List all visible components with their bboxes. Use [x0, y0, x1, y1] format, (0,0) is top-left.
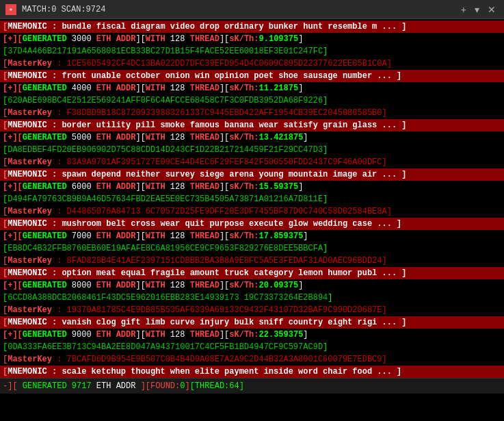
- footer-line: -][ GENERATED 9717 ETH ADDR ][FOUND:0][T…: [0, 378, 504, 394]
- titlebar-left: ★ MATCH:0 SCAN:9724: [5, 4, 105, 15]
- close-button[interactable]: ✕: [485, 4, 499, 15]
- line-24: [MNEMONIC : vanish clog gift limb curve …: [0, 316, 504, 329]
- line-5: [+][GENERATED 4000 ETH ADDR][WITH 128 TH…: [0, 82, 504, 94]
- line-23: [MasterKey : 19370A81785C4E9DB85B535AF63…: [0, 304, 504, 316]
- line-9: [+][GENERATED 5000 ETH ADDR][WITH 128 TH…: [0, 131, 504, 144]
- lines-container: [MNEMONIC : bundle fiscal diagram video …: [0, 21, 504, 378]
- line-14: [D494FA79763CB9B9A46D57634FBD2EAE5E0EC73…: [0, 193, 504, 205]
- footer-found-bracket: ][FOUND:: [141, 381, 181, 391]
- line-13: [+][GENERATED 6000 ETH ADDR][WITH 128 TH…: [0, 181, 504, 193]
- line-6: [620ABE698BC4E2512E569241AFF0F6C4AFCCE68…: [0, 94, 504, 107]
- line-21: [+][GENERATED 8000 ETH ADDR][WITH 128 TH…: [0, 279, 504, 292]
- titlebar-controls: + ▾ ✕: [458, 4, 499, 15]
- line-10: [DA8EDBEF4FD20EB906902D75C88CDD14D243CF1…: [0, 144, 504, 156]
- footer-thread-bracket: [THREAD:: [190, 381, 230, 391]
- line-22: [6CCD8A388DCB2068461F43DC5E962016EBB283E…: [0, 292, 504, 304]
- footer-eth-label: ETH ADDR: [92, 381, 141, 391]
- line-4: [MNEMONIC : front unable october onion w…: [0, 70, 504, 82]
- footer-thread-close: ]: [239, 381, 244, 391]
- footer-minus: -][: [3, 381, 18, 391]
- line-11: [MasterKey : 83A9A9701AF3951727E09CE44D4…: [0, 156, 504, 168]
- line-19: [MasterKey : 8FAD828B4E41AEF2397151CDBBB…: [0, 255, 504, 267]
- line-26: [0DA333FA6EE3B713C94BA2EE8D047A943710017…: [0, 341, 504, 353]
- line-12: [MNEMONIC : spawn depend neither survey …: [0, 168, 504, 181]
- line-28: [MNEMONIC : scale ketchup thought when e…: [0, 366, 504, 378]
- footer-scan-num: 9717: [72, 381, 92, 391]
- line-8: [MNEMONIC : border utility pill smoke fa…: [0, 119, 504, 131]
- new-tab-button[interactable]: +: [458, 4, 469, 15]
- line-20: [MNEMONIC : option meat equal fragile am…: [0, 267, 504, 279]
- titlebar-title: MATCH:0 SCAN:9724: [22, 5, 105, 14]
- footer-generated-label: GENERATED: [18, 381, 72, 391]
- dropdown-button[interactable]: ▾: [472, 4, 482, 15]
- line-25: [+][GENERATED 9000 ETH ADDR][WITH 128 TH…: [0, 329, 504, 341]
- line-3: [MasterKey : 1CE56D5492CF4DC13BA022DD7DF…: [0, 58, 504, 70]
- line-1: [+][GENERATED 3000 ETH ADDR][WITH 128 TH…: [0, 33, 504, 45]
- line-17: [+][GENERATED 7000 ETH ADDR][WITH 128 TH…: [0, 230, 504, 242]
- footer-thread-count: 64: [229, 381, 239, 391]
- footer-found-close: ]: [185, 381, 189, 391]
- line-15: [MasterKey : D44865076A84713 6C70572D25F…: [0, 205, 504, 218]
- line-2: [37D4A466B217191A6568081ECB33BC27D1B15F4…: [0, 45, 504, 58]
- line-18: [EB8DC4B32FFB8760EB60E19AFAFE8C6A81956CE…: [0, 242, 504, 255]
- titlebar: ★ MATCH:0 SCAN:9724 + ▾ ✕: [0, 0, 504, 19]
- line-0: [MNEMONIC : bundle fiscal diagram video …: [0, 21, 504, 33]
- line-27: [MasterKey : 7BCAFD6D9B954E9B507C0B4B4D9…: [0, 353, 504, 366]
- main-content: [MNEMONIC : bundle fiscal diagram video …: [0, 19, 504, 421]
- line-16: [MNEMONIC : mushroom belt cross wear qui…: [0, 218, 504, 230]
- app-icon: ★: [5, 4, 16, 15]
- line-7: [MasterKey : F38DBD9B18C8720933988326133…: [0, 107, 504, 119]
